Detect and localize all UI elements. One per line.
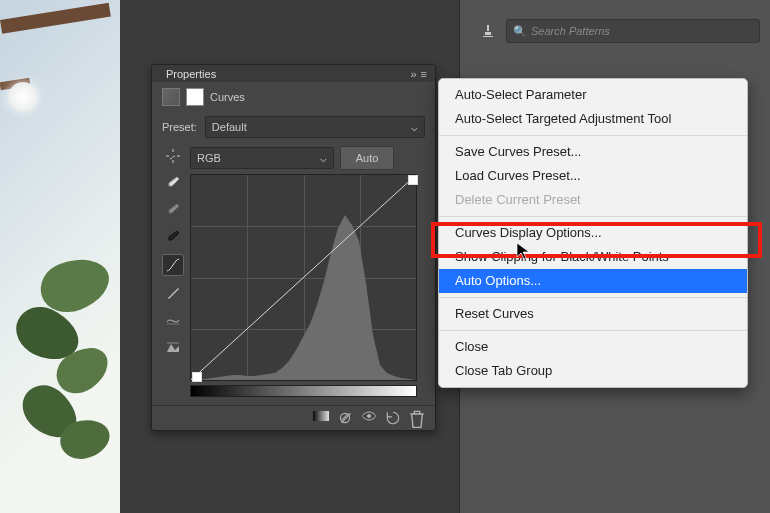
adjustment-curves-icon <box>162 88 180 106</box>
channel-dropdown[interactable]: RGB ⌵ <box>190 147 334 169</box>
curve-point-shadow[interactable] <box>192 372 202 382</box>
wood-beam <box>0 3 111 34</box>
adjustment-type-label: Curves <box>210 91 245 103</box>
plant <box>10 250 110 510</box>
smooth-curve-icon[interactable] <box>163 310 183 330</box>
menu-item-load-preset[interactable]: Load Curves Preset... <box>439 164 747 188</box>
auto-button[interactable]: Auto <box>340 146 394 170</box>
layer-mask-icon[interactable] <box>186 88 204 106</box>
menu-item-delete-preset: Delete Current Preset <box>439 188 747 212</box>
eyedropper-black-icon[interactable] <box>163 227 183 247</box>
chevron-down-icon: ⌵ <box>411 121 418 134</box>
document-image <box>0 0 120 513</box>
menu-separator <box>439 330 747 331</box>
ceiling-light <box>8 82 38 112</box>
collapse-icon[interactable]: » <box>410 68 414 80</box>
svg-rect-7 <box>313 411 329 421</box>
menu-item-auto-select-parameter[interactable]: Auto-Select Parameter <box>439 83 747 107</box>
panel-context-menu: Auto-Select Parameter Auto-Select Target… <box>438 78 748 388</box>
curve-line <box>191 175 416 380</box>
eyedropper-white-icon[interactable] <box>163 173 183 193</box>
targeted-adjustment-icon[interactable] <box>163 146 183 166</box>
reset-icon[interactable] <box>385 410 401 426</box>
search-patterns-input[interactable]: 🔍 Search Patterns <box>506 19 760 43</box>
curves-graph[interactable] <box>190 174 417 381</box>
menu-separator <box>439 216 747 217</box>
trash-icon[interactable] <box>409 410 425 426</box>
curve-point-tool-icon[interactable] <box>162 254 184 276</box>
search-icon: 🔍 <box>513 25 527 38</box>
preset-dropdown[interactable]: Default ⌵ <box>205 116 425 138</box>
menu-item-auto-options[interactable]: Auto Options... <box>439 269 747 293</box>
properties-tab[interactable]: Properties <box>160 68 222 80</box>
menu-item-save-preset[interactable]: Save Curves Preset... <box>439 140 747 164</box>
curve-draw-tool-icon[interactable] <box>163 283 183 303</box>
properties-panel: Properties » ≡ Curves Preset: Default ⌵ <box>151 64 436 431</box>
menu-separator <box>439 297 747 298</box>
pattern-stamp-icon[interactable] <box>480 23 496 39</box>
clip-hist-icon[interactable] <box>163 337 183 357</box>
menu-item-display-options[interactable]: Curves Display Options... <box>439 221 747 245</box>
search-placeholder: Search Patterns <box>531 25 610 37</box>
input-gradient[interactable] <box>190 385 417 397</box>
clip-to-layer-icon[interactable] <box>337 410 353 426</box>
chevron-down-icon: ⌵ <box>320 152 327 165</box>
svg-line-6 <box>191 175 416 380</box>
menu-separator <box>439 135 747 136</box>
curve-point-highlight[interactable] <box>408 175 418 185</box>
menu-item-close-tab-group[interactable]: Close Tab Group <box>439 359 747 383</box>
menu-item-show-clipping[interactable]: Show Clipping for Black/White Points <box>439 245 747 269</box>
visibility-icon[interactable] <box>361 410 377 426</box>
document-canvas[interactable] <box>0 0 120 513</box>
svg-point-9 <box>367 414 371 418</box>
menu-item-reset-curves[interactable]: Reset Curves <box>439 302 747 326</box>
menu-item-auto-select-tat[interactable]: Auto-Select Targeted Adjustment Tool <box>439 107 747 131</box>
preset-label: Preset: <box>162 121 197 133</box>
panel-menu-icon[interactable]: ≡ <box>421 68 427 80</box>
svg-point-8 <box>340 413 349 422</box>
menu-item-close[interactable]: Close <box>439 335 747 359</box>
gradient-swatch-icon[interactable] <box>313 410 329 426</box>
eyedropper-gray-icon[interactable] <box>163 200 183 220</box>
